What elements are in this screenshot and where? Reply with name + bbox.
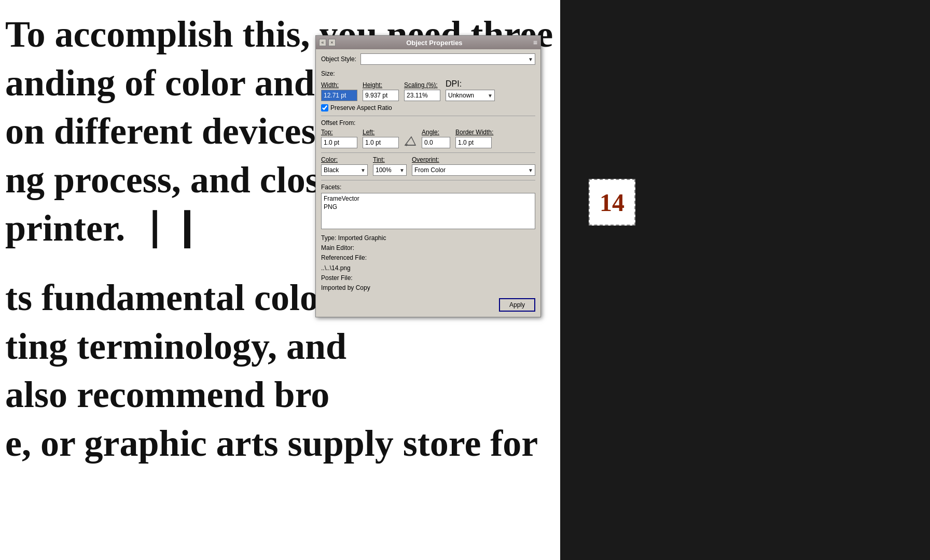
size-section: Size: Width: Height: Scaling (%): DPI:: [321, 70, 535, 111]
thumbnail-frame: 14: [589, 179, 635, 226]
angle-label: Angle:: [422, 129, 450, 136]
preserve-aspect-row: Preserve Aspect Ratio: [321, 104, 535, 111]
top-label: Top:: [321, 129, 357, 136]
offset-label: Offset From:: [321, 119, 535, 127]
object-style-select-wrapper: ▼: [360, 53, 535, 65]
facets-list: FrameVector PNG: [321, 193, 535, 229]
dialog-body: Object Style: ▼ Size: Width: Height:: [316, 49, 540, 317]
dpi-label: DPI:: [446, 79, 495, 89]
tint-select[interactable]: 100% 90% 80% 70% 60% 50%: [373, 164, 407, 176]
referenced-file-label: Referenced File:: [321, 253, 535, 263]
scaling-group: Scaling (%):: [404, 81, 440, 101]
preserve-aspect-label: Preserve Aspect Ratio: [330, 104, 392, 111]
referenced-file-value: ..\..\14.png: [321, 263, 535, 273]
height-input[interactable]: [363, 90, 399, 101]
color-labels-row: Color: Tint: Overprint:: [321, 156, 535, 163]
object-properties-dialog: « × Object Properties ≡ Object Style: ▼ …: [315, 35, 541, 317]
top-group: Top:: [321, 129, 357, 148]
preserve-aspect-checkbox[interactable]: [321, 104, 328, 111]
object-style-row: Object Style: ▼: [321, 53, 535, 65]
dialog-title: Object Properties: [406, 39, 462, 47]
dpi-select[interactable]: Unknown 72 96 150 300: [446, 90, 495, 101]
angle-input[interactable]: [422, 137, 450, 148]
info-section: Type: Imported Graphic Main Editor: Refe…: [321, 233, 535, 293]
left-group: Left:: [363, 129, 399, 148]
facets-item-png: PNG: [324, 203, 533, 211]
offset-section: Offset From: Top: Left:: [321, 119, 535, 148]
main-editor-info: Main Editor:: [321, 243, 535, 253]
top-input[interactable]: [321, 137, 357, 148]
width-group: Width:: [321, 81, 357, 101]
left-label: Left:: [363, 129, 399, 136]
apply-row: Apply: [321, 298, 535, 312]
right-background: [560, 0, 930, 560]
dpi-group: DPI: Unknown 72 96 150 300 ▼: [446, 79, 495, 101]
border-width-group: Border Width:: [455, 129, 493, 148]
border-width-input[interactable]: [455, 137, 492, 148]
dialog-menu-icon[interactable]: ≡: [533, 38, 537, 47]
angle-icon: [404, 135, 417, 147]
size-row: Width: Height: Scaling (%): DPI: Unknown: [321, 79, 535, 101]
overprint-select[interactable]: From Color Always Never: [412, 164, 535, 176]
collapse-icon: «: [321, 40, 324, 45]
overprint-header-label: Overprint:: [412, 156, 439, 163]
dialog-collapse-button[interactable]: «: [319, 39, 326, 46]
tint-select-wrapper: 100% 90% 80% 70% 60% 50% ▼: [373, 164, 407, 176]
offset-row: Top: Left: Angle:: [321, 129, 535, 148]
color-section: Color: Tint: Overprint: Black White None…: [321, 156, 535, 176]
height-group: Height:: [363, 81, 399, 101]
poster-file-value: Imported by Copy: [321, 283, 535, 293]
facets-label: Facets:: [321, 184, 535, 191]
width-input[interactable]: [321, 90, 357, 101]
color-row: Black White None Registration ▼ 100% 90%…: [321, 164, 535, 176]
left-input[interactable]: [363, 137, 399, 148]
svg-marker-0: [405, 137, 415, 145]
color-header-label: Color:: [321, 156, 368, 163]
divider-1: [321, 116, 535, 116]
color-select[interactable]: Black White None Registration: [321, 164, 368, 176]
dpi-select-wrapper: Unknown 72 96 150 300 ▼: [446, 90, 495, 101]
dialog-titlebar: « × Object Properties ≡: [316, 36, 540, 49]
apply-button[interactable]: Apply: [499, 298, 535, 312]
close-icon: ×: [330, 40, 333, 45]
border-width-label: Border Width:: [455, 129, 493, 136]
size-label: Size:: [321, 70, 535, 77]
facets-section: Facets: FrameVector PNG: [321, 184, 535, 229]
height-label: Height:: [363, 81, 399, 89]
thumbnail-number: 14: [600, 188, 624, 217]
dialog-window-controls: « ×: [319, 39, 336, 46]
poster-file-label: Poster File:: [321, 273, 535, 283]
overprint-select-wrapper: From Color Always Never ▼: [412, 164, 535, 176]
facets-item-framevector: FrameVector: [324, 194, 533, 203]
divider-3: [321, 180, 535, 180]
object-style-label: Object Style:: [321, 55, 356, 63]
dialog-close-button[interactable]: ×: [328, 39, 336, 46]
divider-2: [321, 152, 535, 153]
scaling-label: Scaling (%):: [404, 81, 440, 89]
type-info: Type: Imported Graphic: [321, 233, 535, 243]
scaling-input[interactable]: [404, 90, 440, 101]
width-label: Width:: [321, 81, 357, 89]
color-select-wrapper: Black White None Registration ▼: [321, 164, 368, 176]
tint-header-label: Tint:: [373, 156, 407, 163]
object-style-select[interactable]: [360, 53, 535, 65]
angle-group: Angle:: [422, 129, 450, 148]
